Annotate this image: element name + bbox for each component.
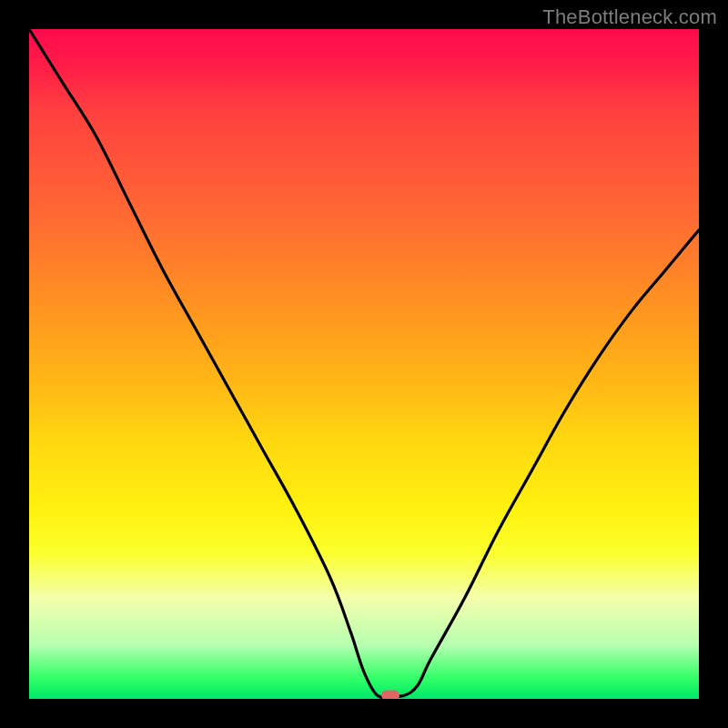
bottleneck-curve — [29, 29, 699, 699]
chart-frame: TheBottleneck.com — [0, 0, 728, 728]
plot-area — [29, 29, 699, 699]
watermark-text: TheBottleneck.com — [542, 5, 717, 29]
minimum-marker — [381, 691, 399, 699]
